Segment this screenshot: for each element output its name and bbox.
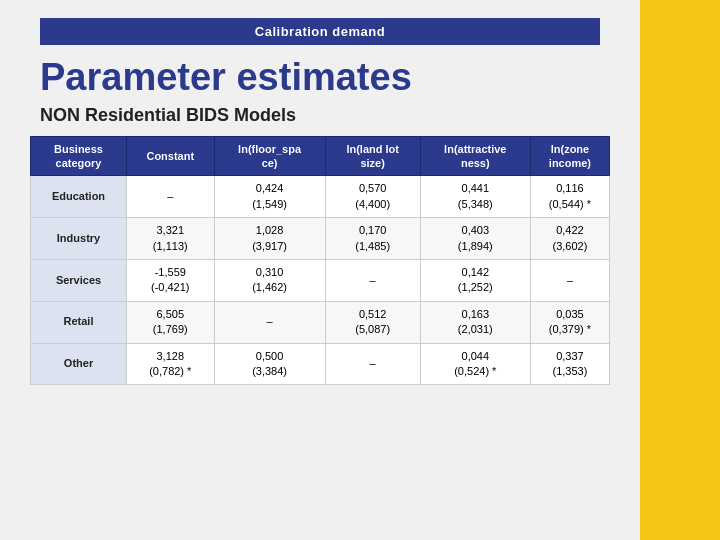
cell-land_lot: 0,570 (4,400) (325, 176, 420, 218)
cell-category: Education (31, 176, 127, 218)
cell-constant: – (127, 176, 215, 218)
cell-attractive: 0,044 (0,524) * (420, 343, 530, 385)
cell-constant: -1,559 (-0,421) (127, 259, 215, 301)
table-row: Services-1,559 (-0,421)0,310 (1,462)–0,1… (31, 259, 610, 301)
table-row: Other3,128 (0,782) *0,500 (3,384)–0,044 … (31, 343, 610, 385)
data-table-wrap: Businesscategory Constant ln(floor_space… (30, 136, 610, 386)
cell-constant: 3,321 (1,113) (127, 218, 215, 260)
col-header-category: Businesscategory (31, 136, 127, 176)
cell-constant: 6,505 (1,769) (127, 301, 215, 343)
cell-land_lot: 0,170 (1,485) (325, 218, 420, 260)
cell-attractive: 0,441 (5,348) (420, 176, 530, 218)
cell-attractive: 0,142 (1,252) (420, 259, 530, 301)
blue-banner: Calibration demand (40, 18, 600, 45)
cell-category: Industry (31, 218, 127, 260)
parameter-table: Businesscategory Constant ln(floor_space… (30, 136, 610, 386)
cell-zone_income: 0,337 (1,353) (530, 343, 609, 385)
yellow-sidebar (640, 0, 720, 540)
cell-floor_space: 0,424 (1,549) (214, 176, 325, 218)
cell-constant: 3,128 (0,782) * (127, 343, 215, 385)
cell-zone_income: 0,116 (0,544) * (530, 176, 609, 218)
col-header-attract: ln(attractiveness) (420, 136, 530, 176)
main-content: Calibration demand Parameter estimates N… (0, 0, 640, 540)
col-header-floor: ln(floor_space) (214, 136, 325, 176)
table-row: Retail6,505 (1,769)–0,512 (5,087)0,163 (… (31, 301, 610, 343)
cell-attractive: 0,163 (2,031) (420, 301, 530, 343)
cell-zone_income: – (530, 259, 609, 301)
cell-floor_space: 1,028 (3,917) (214, 218, 325, 260)
cell-zone_income: 0,422 (3,602) (530, 218, 609, 260)
banner-text: Calibration demand (255, 24, 385, 39)
cell-category: Retail (31, 301, 127, 343)
subtitle: NON Residential BIDS Models (40, 105, 600, 126)
cell-land_lot: 0,512 (5,087) (325, 301, 420, 343)
col-header-income: ln(zoneincome) (530, 136, 609, 176)
cell-floor_space: 0,500 (3,384) (214, 343, 325, 385)
page-title: Parameter estimates (40, 57, 600, 99)
cell-zone_income: 0,035 (0,379) * (530, 301, 609, 343)
table-row: Industry3,321 (1,113)1,028 (3,917)0,170 … (31, 218, 610, 260)
cell-category: Services (31, 259, 127, 301)
table-row: Education–0,424 (1,549)0,570 (4,400)0,44… (31, 176, 610, 218)
cell-floor_space: – (214, 301, 325, 343)
col-header-constant: Constant (127, 136, 215, 176)
cell-land_lot: – (325, 259, 420, 301)
cell-attractive: 0,403 (1,894) (420, 218, 530, 260)
cell-land_lot: – (325, 343, 420, 385)
col-header-land: ln(land lotsize) (325, 136, 420, 176)
cell-category: Other (31, 343, 127, 385)
cell-floor_space: 0,310 (1,462) (214, 259, 325, 301)
